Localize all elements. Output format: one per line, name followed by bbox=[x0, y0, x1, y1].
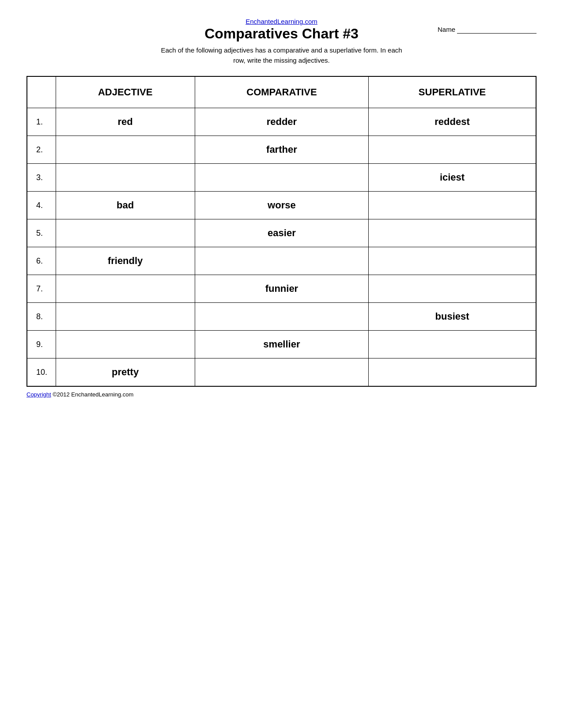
cell-superlative: reddest bbox=[369, 108, 536, 136]
table-row: 5.easier bbox=[27, 219, 536, 247]
table-row: 8.busiest bbox=[27, 303, 536, 331]
row-number: 2. bbox=[27, 136, 56, 164]
footer-year: ©2012 EnchantedLearning.com bbox=[51, 391, 134, 398]
cell-superlative bbox=[369, 219, 536, 247]
cell-superlative bbox=[369, 331, 536, 358]
footer: Copyright ©2012 EnchantedLearning.com bbox=[26, 391, 537, 398]
site-link[interactable]: EnchantedLearning.com bbox=[246, 18, 317, 25]
row-number: 7. bbox=[27, 275, 56, 303]
cell-superlative bbox=[369, 136, 536, 164]
subtitle: Each of the following adjectives has a c… bbox=[26, 45, 537, 65]
cell-adjective: red bbox=[56, 108, 195, 136]
cell-adjective bbox=[56, 275, 195, 303]
cell-comparative: funnier bbox=[195, 275, 368, 303]
row-number: 5. bbox=[27, 219, 56, 247]
cell-superlative bbox=[369, 358, 536, 387]
cell-adjective: friendly bbox=[56, 247, 195, 275]
row-number: 6. bbox=[27, 247, 56, 275]
col-header-adjective: ADJECTIVE bbox=[56, 76, 195, 108]
table-row: 1.redredderreddest bbox=[27, 108, 536, 136]
row-number: 9. bbox=[27, 331, 56, 358]
cell-adjective bbox=[56, 303, 195, 331]
table-row: 9.smellier bbox=[27, 331, 536, 358]
table-header-row: ADJECTIVE COMPARATIVE SUPERLATIVE bbox=[27, 76, 536, 108]
col-header-superlative: SUPERLATIVE bbox=[369, 76, 536, 108]
cell-comparative bbox=[195, 358, 368, 387]
table-row: 6.friendly bbox=[27, 247, 536, 275]
row-number: 1. bbox=[27, 108, 56, 136]
row-number: 10. bbox=[27, 358, 56, 387]
page-title: Comparatives Chart #3 bbox=[204, 26, 359, 42]
cell-comparative: worse bbox=[195, 192, 368, 219]
cell-comparative bbox=[195, 164, 368, 192]
table-row: 3.iciest bbox=[27, 164, 536, 192]
cell-comparative: smellier bbox=[195, 331, 368, 358]
cell-superlative: busiest bbox=[369, 303, 536, 331]
row-number: 4. bbox=[27, 192, 56, 219]
col-header-comparative: COMPARATIVE bbox=[195, 76, 368, 108]
cell-comparative: farther bbox=[195, 136, 368, 164]
cell-superlative: iciest bbox=[369, 164, 536, 192]
cell-comparative: redder bbox=[195, 108, 368, 136]
cell-adjective bbox=[56, 164, 195, 192]
row-number: 8. bbox=[27, 303, 56, 331]
cell-comparative bbox=[195, 247, 368, 275]
cell-comparative: easier bbox=[195, 219, 368, 247]
cell-superlative bbox=[369, 247, 536, 275]
cell-adjective: pretty bbox=[56, 358, 195, 387]
table-row: 2.farther bbox=[27, 136, 536, 164]
cell-adjective bbox=[56, 219, 195, 247]
comparatives-table: ADJECTIVE COMPARATIVE SUPERLATIVE 1.redr… bbox=[26, 76, 537, 387]
name-field: Name bbox=[438, 26, 537, 34]
table-row: 10.pretty bbox=[27, 358, 536, 387]
table-row: 7.funnier bbox=[27, 275, 536, 303]
footer-copyright-link[interactable]: Copyright bbox=[26, 391, 51, 398]
row-number: 3. bbox=[27, 164, 56, 192]
table-row: 4.badworse bbox=[27, 192, 536, 219]
cell-adjective bbox=[56, 331, 195, 358]
cell-superlative bbox=[369, 192, 536, 219]
col-header-num bbox=[27, 76, 56, 108]
cell-superlative bbox=[369, 275, 536, 303]
cell-adjective bbox=[56, 136, 195, 164]
cell-adjective: bad bbox=[56, 192, 195, 219]
cell-comparative bbox=[195, 303, 368, 331]
